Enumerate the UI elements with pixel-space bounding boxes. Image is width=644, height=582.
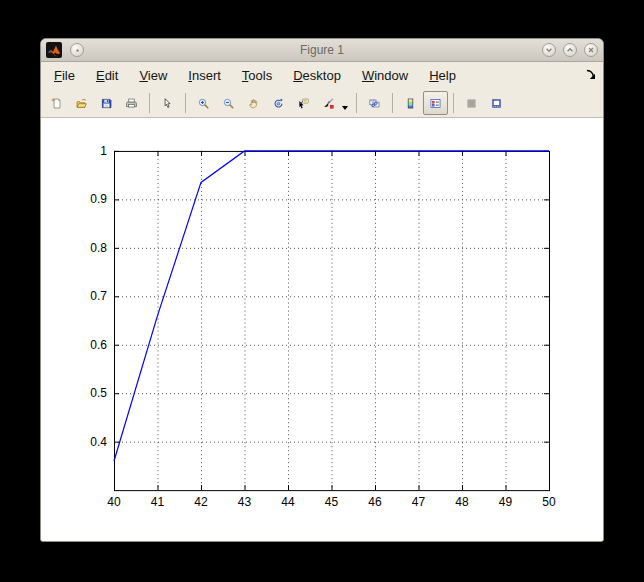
rotate-3d-button[interactable] xyxy=(266,91,291,115)
chevron-up-icon xyxy=(565,45,575,55)
menu-item-tools[interactable]: Tools xyxy=(235,64,279,87)
close-button[interactable] xyxy=(584,43,598,57)
new-document-icon xyxy=(51,94,62,113)
svg-text:0.6: 0.6 xyxy=(90,338,107,352)
save-floppy-icon xyxy=(101,94,112,113)
menu-item-desktop[interactable]: Desktop xyxy=(286,64,348,87)
show-plot-tools-dock-button[interactable] xyxy=(484,91,509,115)
menu-bar: FileEditViewInsertToolsDesktopWindowHelp xyxy=(41,62,603,89)
open-folder-icon xyxy=(76,94,87,113)
maximize-button[interactable] xyxy=(563,43,577,57)
svg-text:1: 1 xyxy=(100,144,107,158)
hide-plot-tools-icon xyxy=(466,94,477,113)
toolbar-separator xyxy=(149,93,150,113)
title-bar[interactable]: Figure 1 xyxy=(41,39,603,62)
hide-plot-tools-button xyxy=(459,91,484,115)
arrow-cursor-icon xyxy=(162,94,173,113)
menu-item-edit[interactable]: Edit xyxy=(89,64,125,87)
minimize-button[interactable] xyxy=(542,43,556,57)
print-figure-button[interactable] xyxy=(119,91,144,115)
zoom-in-button[interactable] xyxy=(191,91,216,115)
svg-text:42: 42 xyxy=(194,495,208,509)
window-controls xyxy=(542,43,598,57)
link-plots-button[interactable] xyxy=(362,91,387,115)
pan-button[interactable] xyxy=(241,91,266,115)
figure-toolbar xyxy=(41,89,603,118)
brush-dropdown-caret-icon[interactable] xyxy=(342,106,348,110)
legend-icon xyxy=(430,94,441,113)
menu-item-file[interactable]: File xyxy=(47,64,82,87)
toolbar-separator xyxy=(185,93,186,113)
toolbar-separator xyxy=(356,93,357,113)
window-title: Figure 1 xyxy=(41,43,603,57)
menu-overflow-arrow-icon xyxy=(586,69,596,80)
close-icon xyxy=(586,45,596,55)
svg-text:50: 50 xyxy=(542,495,556,509)
svg-text:0.8: 0.8 xyxy=(90,241,107,255)
svg-text:0.4: 0.4 xyxy=(90,435,107,449)
figure-canvas: 40414243444546474849500.40.50.60.70.80.9… xyxy=(41,118,603,541)
menu-item-window[interactable]: Window xyxy=(355,64,415,87)
svg-text:49: 49 xyxy=(499,495,513,509)
pan-hand-icon xyxy=(248,94,259,113)
zoom-out-button[interactable] xyxy=(216,91,241,115)
rotate-3d-icon xyxy=(273,94,284,113)
figure-window: Figure 1 FileEditViewInsertToolsDesktopW… xyxy=(40,38,604,542)
svg-text:0.7: 0.7 xyxy=(90,289,107,303)
new-figure-button[interactable] xyxy=(44,91,69,115)
colorbar-icon xyxy=(405,94,416,113)
svg-text:45: 45 xyxy=(325,495,339,509)
window-menu-icon xyxy=(73,46,82,55)
svg-text:0.9: 0.9 xyxy=(90,192,107,206)
toolbar-separator xyxy=(392,93,393,113)
data-cursor-button[interactable] xyxy=(291,91,316,115)
svg-text:41: 41 xyxy=(151,495,165,509)
open-file-button[interactable] xyxy=(69,91,94,115)
printer-icon xyxy=(126,94,137,113)
menu-item-view[interactable]: View xyxy=(132,64,174,87)
matlab-icon xyxy=(46,42,62,58)
svg-text:44: 44 xyxy=(281,495,295,509)
zoom-in-icon xyxy=(198,94,209,113)
link-plots-icon xyxy=(369,94,380,113)
menu-item-help[interactable]: Help xyxy=(422,64,463,87)
insert-colorbar-button[interactable] xyxy=(398,91,423,115)
svg-text:46: 46 xyxy=(368,495,382,509)
desktop-background: { "window": { "title": "Figure 1", "cont… xyxy=(0,0,644,582)
data-cursor-icon xyxy=(298,94,309,113)
svg-text:43: 43 xyxy=(238,495,252,509)
dock-figure-icon xyxy=(491,94,502,113)
svg-text:40: 40 xyxy=(107,495,121,509)
chevron-down-icon xyxy=(544,45,554,55)
svg-text:48: 48 xyxy=(455,495,469,509)
plot-svg: 40414243444546474849500.40.50.60.70.80.9… xyxy=(41,118,603,541)
zoom-out-icon xyxy=(223,94,234,113)
toolbar-separator xyxy=(453,93,454,113)
menu-item-insert[interactable]: Insert xyxy=(181,64,228,87)
svg-text:47: 47 xyxy=(412,495,426,509)
insert-legend-button[interactable] xyxy=(423,91,448,115)
svg-text:0.5: 0.5 xyxy=(90,386,107,400)
save-figure-button[interactable] xyxy=(94,91,119,115)
brush-icon xyxy=(323,94,334,113)
brush-data-button[interactable] xyxy=(316,91,341,115)
window-menu-button[interactable] xyxy=(70,43,84,57)
edit-plot-button[interactable] xyxy=(155,91,180,115)
